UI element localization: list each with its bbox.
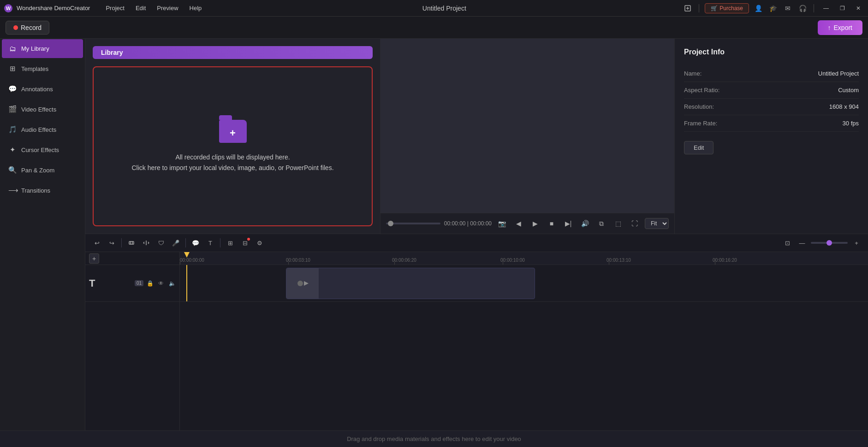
sidebar-item-cursor-effects[interactable]: ✦ Cursor Effects xyxy=(2,140,83,159)
upload-icon: ↑ xyxy=(828,24,831,31)
audio-effects-icon: 🎵 xyxy=(8,125,17,134)
minimize-button[interactable]: — xyxy=(820,4,832,12)
menu-edit[interactable]: Edit xyxy=(131,3,150,13)
track-lock-button[interactable]: 🔒 xyxy=(145,279,155,288)
export-button[interactable]: ↑ Export xyxy=(818,20,862,35)
timeline-toolbar: ↩ ↪ 🛡 🎤 💬 T xyxy=(85,234,868,252)
overlay-button[interactable]: ⊟ xyxy=(239,237,251,249)
redo-button[interactable]: ↪ xyxy=(106,237,118,249)
annotations-icon: 💬 xyxy=(8,85,17,93)
shield-button[interactable]: 🛡 xyxy=(155,237,167,249)
fit-timeline-button[interactable]: ⊡ xyxy=(781,237,793,249)
zoom-in-button[interactable]: + xyxy=(850,237,862,249)
record-button[interactable]: Record xyxy=(6,21,49,35)
cart-icon: 🛒 xyxy=(711,5,718,12)
track-icons: 01 🔒 👁 🔈 xyxy=(135,279,177,288)
menu-preview[interactable]: Preview xyxy=(152,3,183,13)
new-project-icon[interactable] xyxy=(682,3,693,14)
svg-rect-5 xyxy=(129,241,134,244)
video-effects-icon: 🎬 xyxy=(8,105,17,113)
record-indicator xyxy=(13,25,18,30)
trim-button[interactable] xyxy=(125,237,137,249)
sidebar-item-templates[interactable]: ⊞ Templates xyxy=(2,59,83,78)
track-row xyxy=(180,265,868,302)
prev-frame-btn[interactable]: ◀ xyxy=(512,217,525,230)
library-panel: Library + All recorded clips will be dis… xyxy=(85,39,380,234)
frame-rate-label: Frame Rate: xyxy=(684,120,717,127)
ruler-mark-2: 00:00:06:20 xyxy=(392,258,416,263)
ruler-tick-5 xyxy=(715,262,715,265)
sidebar-item-pan-zoom[interactable]: 🔍 Pan & Zoom xyxy=(2,160,83,180)
pip-btn[interactable]: ⧉ xyxy=(595,217,608,230)
user-icon[interactable]: 👤 xyxy=(753,3,764,14)
graduation-icon[interactable]: 🎓 xyxy=(767,3,779,14)
timeline-area: + T 01 🔒 👁 🔈 00:00:00:00 00: xyxy=(85,252,868,447)
next-frame-btn[interactable]: ▶| xyxy=(562,217,575,230)
track-label: T xyxy=(89,277,95,289)
library-drop-zone[interactable]: + All recorded clips will be displayed h… xyxy=(93,66,373,226)
timeline-tracks: 00:00:00:00 00:00:03:10 00:00:06:20 00:0… xyxy=(180,252,868,447)
drag-drop-text: Drag and drop media materials and effect… xyxy=(180,430,868,447)
fit-select[interactable]: Fit xyxy=(645,218,669,229)
screenshot-btn[interactable]: 📷 xyxy=(495,217,508,230)
text-button[interactable]: T xyxy=(204,237,216,249)
preview-scrubber[interactable] xyxy=(386,223,440,224)
sidebar-item-annotations[interactable]: 💬 Annotations xyxy=(2,79,83,99)
menu-project[interactable]: Project xyxy=(101,3,129,13)
maximize-button[interactable]: ❐ xyxy=(836,4,849,12)
settings-button[interactable]: ⚙ xyxy=(254,237,266,249)
sidebar-item-video-effects[interactable]: 🎬 Video Effects xyxy=(2,100,83,119)
ruler-tick-3 xyxy=(503,262,503,265)
drop-zone-text: All recorded clips will be displayed her… xyxy=(131,152,333,173)
transitions-icon: ⟶ xyxy=(8,186,17,194)
project-info-title: Project Info xyxy=(684,48,859,56)
app-name: Wondershare DemoCreator xyxy=(17,5,90,12)
ruler-mark-0: 00:00:00:00 xyxy=(180,258,204,263)
fullscreen-btn[interactable]: ⛶ xyxy=(628,217,641,230)
undo-button[interactable]: ↩ xyxy=(91,237,103,249)
info-row-resolution: Resolution: 1608 x 904 xyxy=(684,99,859,115)
purchase-button[interactable]: 🛒 Purchase xyxy=(705,3,749,13)
my-library-icon: 🗂 xyxy=(8,45,17,53)
library-tab[interactable]: Library xyxy=(93,46,373,59)
playhead xyxy=(186,265,187,301)
track-badge: 01 xyxy=(135,280,143,286)
content-top: Library + All recorded clips will be dis… xyxy=(85,39,868,234)
menu-help[interactable]: Help xyxy=(185,3,207,13)
sidebar-item-transitions[interactable]: ⟶ Transitions xyxy=(2,181,83,200)
microphone-button[interactable]: 🎤 xyxy=(170,237,182,249)
content-area: Library + All recorded clips will be dis… xyxy=(85,39,868,447)
timeline-left-panel: + T 01 🔒 👁 🔈 xyxy=(85,252,180,447)
volume-btn[interactable]: 🔊 xyxy=(578,217,591,230)
zoom-slider[interactable] xyxy=(811,242,848,244)
zoom-thumb xyxy=(826,240,832,246)
multi-track-button[interactable]: ⊞ xyxy=(224,237,236,249)
headset-icon[interactable]: 🎧 xyxy=(797,3,808,14)
play-btn[interactable]: ▶ xyxy=(529,217,541,230)
mail-icon[interactable]: ✉ xyxy=(782,3,793,14)
main-toolbar: Record ↑ Export xyxy=(0,17,868,39)
add-track-button[interactable]: + xyxy=(89,253,99,264)
time-display: 00:00:00 | 00:00:00 xyxy=(444,220,492,227)
split-button[interactable] xyxy=(140,237,152,249)
ruler-mark-5: 00:00:16:20 xyxy=(713,258,737,263)
menu-bar: Project Edit Preview Help xyxy=(101,3,206,13)
track-visible-button[interactable]: 👁 xyxy=(156,279,166,288)
sidebar-item-audio-effects[interactable]: 🎵 Audio Effects xyxy=(2,120,83,139)
templates-icon: ⊞ xyxy=(8,65,17,73)
track-audio-button[interactable]: 🔈 xyxy=(167,279,177,288)
crop-btn[interactable]: ⬚ xyxy=(612,217,624,230)
window-title: Untitled Project xyxy=(206,5,682,12)
project-info-panel: Project Info Name: Untitled Project Aspe… xyxy=(674,39,868,234)
edit-project-button[interactable]: Edit xyxy=(684,141,713,154)
stop-btn[interactable]: ■ xyxy=(545,217,558,230)
close-button[interactable]: ✕ xyxy=(852,4,864,12)
separator2 xyxy=(185,238,186,247)
comment-button[interactable]: 💬 xyxy=(190,237,202,249)
zoom-out-button[interactable]: — xyxy=(796,237,808,249)
timeline-left-header: + xyxy=(85,252,179,265)
sidebar-item-my-library[interactable]: 🗂 My Library xyxy=(2,39,83,58)
media-clip[interactable] xyxy=(286,268,535,299)
aspect-value: Custom xyxy=(838,87,859,94)
ruler-tick-0 xyxy=(180,262,180,265)
